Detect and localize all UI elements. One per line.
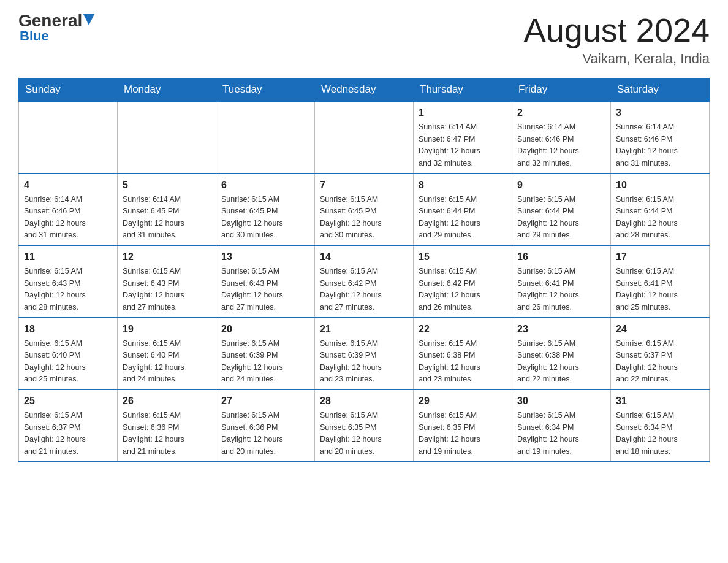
day-info: Sunrise: 6:15 AM Sunset: 6:36 PM Dayligh…	[221, 410, 309, 458]
day-number: 9	[517, 178, 605, 193]
day-info: Sunrise: 6:15 AM Sunset: 6:45 PM Dayligh…	[221, 194, 309, 242]
calendar-cell: 6Sunrise: 6:15 AM Sunset: 6:45 PM Daylig…	[216, 174, 315, 246]
day-number: 22	[419, 322, 507, 337]
day-info: Sunrise: 6:14 AM Sunset: 6:46 PM Dayligh…	[24, 194, 112, 242]
day-info: Sunrise: 6:15 AM Sunset: 6:36 PM Dayligh…	[123, 410, 211, 458]
day-number: 30	[517, 394, 605, 408]
day-number: 28	[320, 394, 408, 408]
calendar-cell: 5Sunrise: 6:14 AM Sunset: 6:45 PM Daylig…	[118, 174, 216, 246]
day-info: Sunrise: 6:15 AM Sunset: 6:42 PM Dayligh…	[320, 266, 408, 313]
calendar-cell: 7Sunrise: 6:15 AM Sunset: 6:45 PM Daylig…	[315, 174, 414, 246]
day-info: Sunrise: 6:15 AM Sunset: 6:41 PM Dayligh…	[517, 266, 605, 313]
day-number: 7	[320, 178, 408, 193]
day-number: 13	[221, 250, 309, 264]
weekday-header-monday: Monday	[118, 79, 216, 102]
day-number: 20	[221, 322, 309, 337]
calendar-cell	[216, 101, 315, 174]
calendar-cell: 4Sunrise: 6:14 AM Sunset: 6:46 PM Daylig…	[19, 174, 118, 246]
day-number: 21	[320, 322, 408, 337]
day-number: 4	[24, 178, 112, 193]
day-number: 8	[419, 178, 507, 193]
calendar-cell: 27Sunrise: 6:15 AM Sunset: 6:36 PM Dayli…	[216, 389, 315, 462]
logo: General Blue	[18, 12, 96, 44]
day-number: 27	[221, 394, 309, 408]
day-info: Sunrise: 6:15 AM Sunset: 6:39 PM Dayligh…	[221, 338, 309, 386]
weekday-header-tuesday: Tuesday	[216, 79, 315, 102]
logo-triangle-icon	[83, 14, 94, 28]
day-number: 16	[517, 250, 605, 264]
calendar-week-row: 25Sunrise: 6:15 AM Sunset: 6:37 PM Dayli…	[19, 389, 710, 462]
calendar-cell: 18Sunrise: 6:15 AM Sunset: 6:40 PM Dayli…	[19, 318, 118, 390]
weekday-header-row: SundayMondayTuesdayWednesdayThursdayFrid…	[19, 79, 710, 102]
day-number: 12	[123, 250, 211, 264]
day-info: Sunrise: 6:14 AM Sunset: 6:46 PM Dayligh…	[517, 121, 605, 169]
calendar-cell	[118, 101, 216, 174]
weekday-header-sunday: Sunday	[19, 79, 118, 102]
day-number: 31	[616, 394, 704, 408]
day-number: 2	[517, 105, 605, 120]
day-number: 17	[616, 250, 704, 264]
weekday-header-wednesday: Wednesday	[315, 79, 414, 102]
calendar-cell: 17Sunrise: 6:15 AM Sunset: 6:41 PM Dayli…	[611, 245, 710, 318]
month-title: August 2024	[524, 12, 710, 48]
day-info: Sunrise: 6:14 AM Sunset: 6:47 PM Dayligh…	[419, 121, 507, 169]
day-info: Sunrise: 6:15 AM Sunset: 6:44 PM Dayligh…	[517, 194, 605, 242]
calendar-cell: 23Sunrise: 6:15 AM Sunset: 6:38 PM Dayli…	[512, 318, 611, 390]
calendar-cell: 29Sunrise: 6:15 AM Sunset: 6:35 PM Dayli…	[414, 389, 512, 462]
title-area: August 2024 Vaikam, Kerala, India	[524, 12, 710, 67]
weekday-header-friday: Friday	[512, 79, 611, 102]
calendar-cell: 19Sunrise: 6:15 AM Sunset: 6:40 PM Dayli…	[118, 318, 216, 390]
day-number: 29	[419, 394, 507, 408]
calendar-cell: 16Sunrise: 6:15 AM Sunset: 6:41 PM Dayli…	[512, 245, 611, 318]
calendar-cell: 26Sunrise: 6:15 AM Sunset: 6:36 PM Dayli…	[118, 389, 216, 462]
calendar-cell: 30Sunrise: 6:15 AM Sunset: 6:34 PM Dayli…	[512, 389, 611, 462]
day-info: Sunrise: 6:15 AM Sunset: 6:39 PM Dayligh…	[320, 338, 408, 386]
calendar-cell: 2Sunrise: 6:14 AM Sunset: 6:46 PM Daylig…	[512, 101, 611, 174]
day-info: Sunrise: 6:15 AM Sunset: 6:44 PM Dayligh…	[419, 194, 507, 242]
calendar-table: SundayMondayTuesdayWednesdayThursdayFrid…	[18, 78, 710, 462]
day-info: Sunrise: 6:15 AM Sunset: 6:34 PM Dayligh…	[616, 410, 704, 458]
day-number: 14	[320, 250, 408, 264]
logo-general-text: General	[18, 12, 82, 29]
calendar-cell: 13Sunrise: 6:15 AM Sunset: 6:43 PM Dayli…	[216, 245, 315, 318]
calendar-week-row: 1Sunrise: 6:14 AM Sunset: 6:47 PM Daylig…	[19, 101, 710, 174]
day-info: Sunrise: 6:15 AM Sunset: 6:34 PM Dayligh…	[517, 410, 605, 458]
day-number: 19	[123, 322, 211, 337]
day-info: Sunrise: 6:15 AM Sunset: 6:35 PM Dayligh…	[419, 410, 507, 458]
day-info: Sunrise: 6:15 AM Sunset: 6:40 PM Dayligh…	[123, 338, 211, 386]
day-info: Sunrise: 6:15 AM Sunset: 6:41 PM Dayligh…	[616, 266, 704, 313]
day-number: 23	[517, 322, 605, 337]
calendar-week-row: 18Sunrise: 6:15 AM Sunset: 6:40 PM Dayli…	[19, 318, 710, 390]
calendar-week-row: 11Sunrise: 6:15 AM Sunset: 6:43 PM Dayli…	[19, 245, 710, 318]
day-info: Sunrise: 6:15 AM Sunset: 6:43 PM Dayligh…	[221, 266, 309, 313]
day-info: Sunrise: 6:14 AM Sunset: 6:45 PM Dayligh…	[123, 194, 211, 242]
svg-marker-0	[83, 14, 94, 25]
day-number: 25	[24, 394, 112, 408]
page-header: General Blue August 2024 Vaikam, Kerala,…	[18, 12, 710, 67]
calendar-cell: 24Sunrise: 6:15 AM Sunset: 6:37 PM Dayli…	[611, 318, 710, 390]
day-number: 1	[419, 105, 507, 120]
calendar-cell: 3Sunrise: 6:14 AM Sunset: 6:46 PM Daylig…	[611, 101, 710, 174]
calendar-cell: 21Sunrise: 6:15 AM Sunset: 6:39 PM Dayli…	[315, 318, 414, 390]
calendar-cell: 12Sunrise: 6:15 AM Sunset: 6:43 PM Dayli…	[118, 245, 216, 318]
weekday-header-saturday: Saturday	[611, 79, 710, 102]
calendar-cell: 20Sunrise: 6:15 AM Sunset: 6:39 PM Dayli…	[216, 318, 315, 390]
day-info: Sunrise: 6:15 AM Sunset: 6:37 PM Dayligh…	[24, 410, 112, 458]
day-info: Sunrise: 6:15 AM Sunset: 6:42 PM Dayligh…	[419, 266, 507, 313]
calendar-cell: 11Sunrise: 6:15 AM Sunset: 6:43 PM Dayli…	[19, 245, 118, 318]
location-title: Vaikam, Kerala, India	[524, 51, 710, 67]
calendar-cell: 15Sunrise: 6:15 AM Sunset: 6:42 PM Dayli…	[414, 245, 512, 318]
calendar-cell	[19, 101, 118, 174]
day-info: Sunrise: 6:15 AM Sunset: 6:40 PM Dayligh…	[24, 338, 112, 386]
day-number: 18	[24, 322, 112, 337]
logo-blue-text: Blue	[18, 28, 49, 44]
day-info: Sunrise: 6:15 AM Sunset: 6:38 PM Dayligh…	[517, 338, 605, 386]
day-number: 11	[24, 250, 112, 264]
day-info: Sunrise: 6:15 AM Sunset: 6:35 PM Dayligh…	[320, 410, 408, 458]
calendar-cell: 1Sunrise: 6:14 AM Sunset: 6:47 PM Daylig…	[414, 101, 512, 174]
calendar-week-row: 4Sunrise: 6:14 AM Sunset: 6:46 PM Daylig…	[19, 174, 710, 246]
day-info: Sunrise: 6:15 AM Sunset: 6:38 PM Dayligh…	[419, 338, 507, 386]
calendar-cell: 22Sunrise: 6:15 AM Sunset: 6:38 PM Dayli…	[414, 318, 512, 390]
day-number: 6	[221, 178, 309, 193]
day-info: Sunrise: 6:14 AM Sunset: 6:46 PM Dayligh…	[616, 121, 704, 169]
